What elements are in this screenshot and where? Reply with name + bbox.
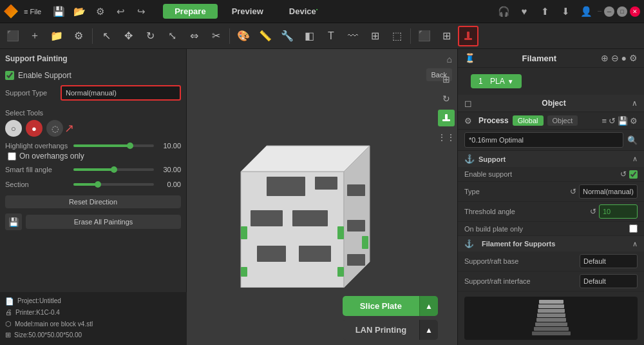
enable-support-reset-button[interactable]: ↺ <box>620 170 627 179</box>
tb-orient-button[interactable]: ⊞ <box>365 26 385 46</box>
printer-text: Printer:K1C-0.4 <box>15 308 60 318</box>
save-button[interactable]: 💾 <box>50 3 68 21</box>
support-paint-icon[interactable] <box>438 110 455 126</box>
profile-search-button[interactable]: 🔍 <box>627 135 638 145</box>
lan-printing-expand-button[interactable]: ▲ <box>419 320 438 340</box>
upload-icon[interactable]: ⬆ <box>536 3 554 21</box>
open-button[interactable]: 📂 <box>70 3 88 21</box>
filament-add-button[interactable]: ⊕ <box>601 53 609 63</box>
user-icon[interactable]: 👤 <box>577 3 595 21</box>
tb-cut-button[interactable]: ✂ <box>205 26 226 46</box>
tb-add-button[interactable]: ＋ <box>24 26 45 46</box>
threshold-input[interactable] <box>599 204 638 219</box>
global-tab-button[interactable]: Global <box>513 115 544 126</box>
filament-type-button[interactable]: 1 PLA ▼ <box>471 74 522 88</box>
tb-rotate-button[interactable]: ↻ <box>140 26 160 46</box>
save-painting-button[interactable]: 💾 <box>5 213 22 230</box>
preview-nav-button[interactable]: Preview <box>220 4 275 19</box>
tb-measure-button[interactable]: 📏 <box>255 26 276 46</box>
erase-all-paintings-button[interactable]: Erase All Paintings <box>26 215 181 229</box>
tb-scale-button[interactable]: ⤡ <box>162 26 182 46</box>
undo-button[interactable]: ↩ <box>111 3 129 21</box>
highlight-slider-track[interactable] <box>73 144 154 147</box>
tb-text-button[interactable]: T <box>321 26 341 46</box>
threshold-label: Threshold angle <box>464 208 515 215</box>
tb-settings-button[interactable]: ⚙ <box>68 26 89 46</box>
smart-fill-slider-track[interactable] <box>73 168 154 171</box>
device-nav-button[interactable]: Device <box>278 4 330 19</box>
support-raft-base-select[interactable]: Default <box>580 254 638 268</box>
settings-button[interactable]: ⚙ <box>91 3 109 21</box>
support-section-header[interactable]: ⚓ Support ∧ <box>458 151 644 167</box>
tb-open-button[interactable]: 📁 <box>46 26 67 46</box>
filament-title: Filament <box>522 54 556 63</box>
tb-move-button[interactable]: ✥ <box>118 26 138 46</box>
highlight-label: Highlight overhangs <box>5 142 70 150</box>
support-raft-interface-select[interactable]: Default <box>580 274 638 288</box>
tb-assembly-button[interactable]: 🔧 <box>277 26 298 46</box>
process-list-button[interactable]: ≡ <box>601 116 607 126</box>
support-type-select[interactable]: Normal(manual) Normal(auto) Tree(manual)… <box>61 85 181 101</box>
svg-rect-10 <box>299 246 331 262</box>
download-icon[interactable]: ⬇ <box>556 3 574 21</box>
tb-cube-button[interactable]: ⬛ <box>3 26 23 46</box>
tb-support-button[interactable] <box>458 26 478 46</box>
filament-remove-button[interactable]: ⊖ <box>611 53 619 63</box>
profile-select[interactable]: *0.16mm Optimal 0.20mm Standard 0.28mm D… <box>464 132 623 148</box>
svg-rect-18 <box>362 236 368 249</box>
lan-printing-button[interactable]: LAN Printing <box>343 320 419 340</box>
support-type-right-select[interactable]: Normal(manual) Normal(auto) Tree(manual)… <box>579 184 638 199</box>
redo-button[interactable]: ↪ <box>132 3 150 21</box>
filament-settings-button[interactable]: ⚙ <box>629 53 638 63</box>
zoom-fit-icon[interactable]: ⊞ <box>438 71 455 88</box>
bottom-action-buttons: Slice Plate ▲ LAN Printing ▲ <box>343 296 438 340</box>
preview-thumbnail-svg <box>522 297 580 340</box>
enable-support-right-checkbox[interactable] <box>629 170 638 179</box>
rotate-view-icon[interactable]: ↻ <box>438 90 455 107</box>
object-icon: ◻ <box>464 98 472 108</box>
tb-select-button[interactable]: ↖ <box>96 26 117 46</box>
close-button[interactable]: ✕ <box>630 6 640 17</box>
home-3d-icon[interactable]: ⌂ <box>447 54 452 64</box>
slice-plate-expand-button[interactable]: ▲ <box>419 296 438 316</box>
slice-plate-button[interactable]: Slice Plate <box>343 296 419 316</box>
filament-supports-header[interactable]: ⚓ Filament for Supports ∧ <box>458 236 644 251</box>
lan-printing-group: LAN Printing ▲ <box>343 320 438 340</box>
tb-seam-button[interactable]: 〰 <box>343 26 363 46</box>
section-slider-thumb[interactable] <box>95 181 101 188</box>
process-save-button[interactable]: 💾 <box>618 116 628 126</box>
smart-fill-slider-thumb[interactable] <box>111 166 117 173</box>
file-menu-button[interactable]: ≡ File <box>21 6 44 17</box>
minimize-button[interactable]: ─ <box>604 6 614 17</box>
headphones-icon[interactable]: 🎧 <box>495 3 513 21</box>
on-build-plate-checkbox[interactable] <box>629 224 638 233</box>
right-panel: 🧵 Filament ⊕ ⊖ ● ⚙ 1 PLA ▼ ◻ Object ∧ <box>457 49 644 345</box>
enable-support-checkbox[interactable] <box>5 71 14 80</box>
type-reset-button[interactable]: ↺ <box>570 187 576 196</box>
object-collapse-button[interactable]: ∧ <box>632 99 638 108</box>
circle-tool-button[interactable]: ○ <box>5 120 22 137</box>
brush-tool-button[interactable]: ● <box>26 120 43 137</box>
threshold-reset-button[interactable]: ↺ <box>590 207 596 216</box>
process-settings-button[interactable]: ⚙ <box>630 116 638 126</box>
tb-mirror-button[interactable]: ⇔ <box>184 26 204 46</box>
highlight-slider-thumb[interactable] <box>127 143 133 149</box>
filament-color-button[interactable]: ● <box>621 53 627 63</box>
tb-flush-button[interactable]: ⬛ <box>414 26 435 46</box>
section-slider-track[interactable] <box>73 183 154 186</box>
grid-icon[interactable]: ⋮⋮ <box>438 129 455 146</box>
printer-row: 🖨 Printer:K1C-0.4 <box>5 307 182 319</box>
tb-more-button[interactable]: ⊞ <box>436 26 457 46</box>
process-reset-button[interactable]: ↺ <box>609 116 616 126</box>
object-tab-button[interactable]: Object <box>547 115 578 126</box>
prepare-nav-button[interactable]: Prepare <box>163 4 217 19</box>
tb-part-button[interactable]: ◧ <box>299 26 319 46</box>
reset-direction-button[interactable]: Reset Direction <box>5 195 181 208</box>
tb-paint-button[interactable]: 🎨 <box>233 26 254 46</box>
svg-rect-14 <box>337 267 344 277</box>
maximize-button[interactable]: □ <box>617 6 627 17</box>
tb-arrange-button[interactable]: ⬚ <box>386 26 407 46</box>
on-overhangs-checkbox[interactable] <box>8 152 16 161</box>
heart-icon[interactable]: ♥ <box>515 3 533 21</box>
eraser-tool-button[interactable]: ◌ <box>46 120 63 137</box>
